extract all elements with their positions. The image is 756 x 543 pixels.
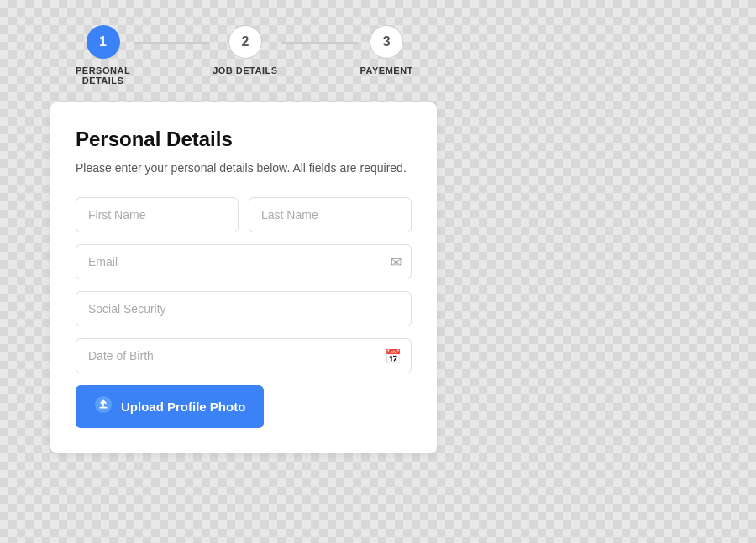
step-2[interactable]: 2 JOB DETAILS [213, 25, 277, 76]
email-field-wrapper: ✉ [76, 244, 412, 279]
upload-photo-button[interactable]: Upload Profile Photo [76, 385, 264, 428]
dob-field-wrapper: 📅 [76, 338, 412, 373]
form-description: Please enter your personal details below… [76, 159, 412, 177]
email-input[interactable] [76, 244, 412, 279]
last-name-input[interactable] [249, 197, 412, 232]
social-security-field-wrapper [76, 291, 412, 326]
upload-icon [94, 395, 113, 418]
step-1-label: PERSONAL DETAILS [76, 65, 130, 86]
name-row [76, 197, 412, 232]
form-title: Personal Details [76, 128, 412, 151]
step-1-circle: 1 [87, 25, 120, 59]
step-3[interactable]: 3 PAYEMENT [360, 25, 413, 76]
dob-input-wrapper: 📅 [76, 338, 412, 373]
email-input-wrapper: ✉ [76, 244, 412, 279]
step-2-label: JOB DETAILS [213, 65, 277, 76]
step-connector-2 [281, 42, 357, 44]
step-3-label: PAYEMENT [360, 65, 413, 76]
upload-photo-label: Upload Profile Photo [121, 399, 245, 414]
step-connector-1 [134, 42, 209, 44]
form-card: Personal Details Please enter your perso… [50, 102, 437, 453]
step-2-circle: 2 [228, 25, 262, 59]
dob-input[interactable] [76, 338, 412, 373]
first-name-input[interactable] [76, 197, 239, 232]
step-3-circle: 3 [370, 25, 403, 59]
social-security-input[interactable] [76, 291, 412, 326]
step-1[interactable]: 1 PERSONAL DETAILS [76, 25, 130, 86]
stepper: 1 PERSONAL DETAILS 2 JOB DETAILS 3 PAYEM… [76, 25, 413, 86]
